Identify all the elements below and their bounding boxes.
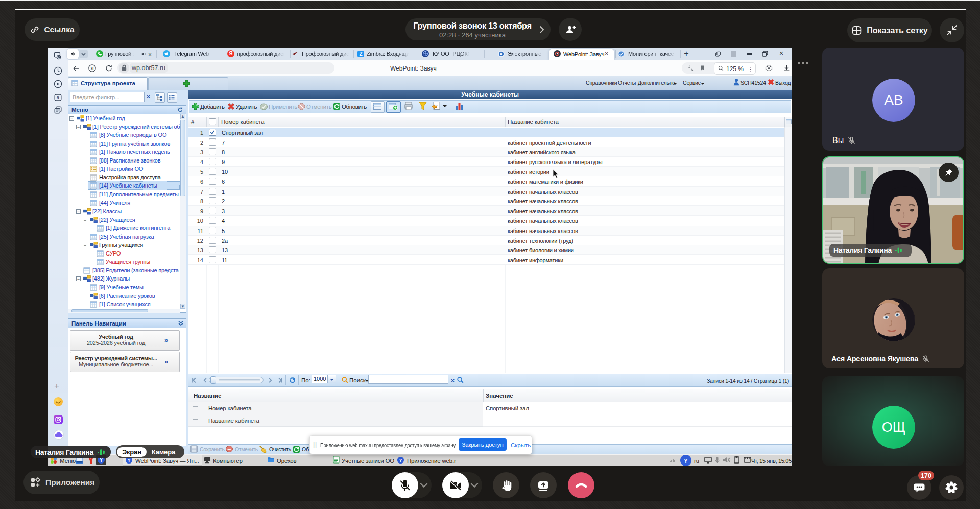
svg-text:Y: Y xyxy=(127,458,131,463)
svg-text:9: 9 xyxy=(57,95,59,100)
svg-text:Я: Я xyxy=(91,66,94,71)
svg-text:Y: Y xyxy=(399,458,402,463)
svg-text:Y: Y xyxy=(684,458,688,464)
